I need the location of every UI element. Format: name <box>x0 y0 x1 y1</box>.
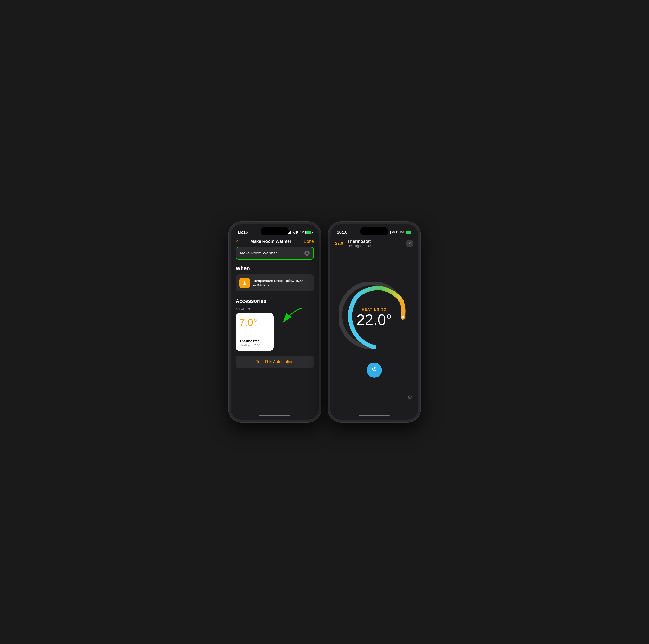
clear-button[interactable]: ✕ <box>304 251 310 256</box>
condition-row[interactable]: Temperature Drops Below 19.0°in Kitchen <box>235 274 314 291</box>
accessories-label: Accessories <box>235 298 314 304</box>
signal-bar <box>290 231 291 234</box>
home-bar-1 <box>231 412 318 420</box>
signal-bar <box>390 231 391 234</box>
thermostat-temp: 7.0° <box>240 317 270 328</box>
home-bar-2 <box>331 412 418 420</box>
svg-rect-2 <box>245 281 246 282</box>
status-time-1: 16:16 <box>237 230 248 235</box>
thermostat-subtitle: Heating to 7.0° <box>240 344 270 347</box>
signal-bar <box>389 232 389 234</box>
battery-container-2: 100 <box>400 231 412 234</box>
battery-container-1: 100 <box>300 231 312 234</box>
green-arrow-annotation <box>269 306 307 332</box>
automation-name-field[interactable]: Make Room Warmer ✕ <box>235 247 314 259</box>
thermo-header: 22.0° Thermostat Heating to 22.0° ✕ <box>331 237 418 251</box>
card-with-arrow: 7.0° Thermostat Heating to 7.0° <box>235 313 314 351</box>
temperature-display: 22.0° <box>356 312 392 327</box>
condition-icon <box>240 278 250 288</box>
dynamic-island-2 <box>360 227 389 235</box>
condition-text: Temperature Drops Below 19.0°in Kitchen <box>253 278 304 288</box>
thermo-subtitle: Heating to 22.0° <box>347 244 372 248</box>
status-icons-2: WiFi 100 <box>386 231 412 234</box>
test-button-label: Test This Automation <box>256 359 294 364</box>
battery-text-1: 100 <box>300 231 304 234</box>
phone-1-content: < Make Room Warmer Done Make Room Warmer… <box>231 237 318 412</box>
scroll-content-1[interactable]: Make Room Warmer ✕ When <box>231 247 318 412</box>
phone-1: 16:16 WiFi 100 < Ma <box>228 222 321 422</box>
dynamic-island-1 <box>260 227 289 235</box>
battery-2 <box>405 231 412 234</box>
dial-container: HEATING TO 22.0° ⚙ <box>331 251 418 412</box>
svg-point-1 <box>244 283 246 285</box>
signal-bar <box>289 232 290 234</box>
power-button[interactable] <box>367 363 382 378</box>
thermostat-icon <box>241 280 248 286</box>
thermostat-name: Thermostat <box>240 339 270 343</box>
heating-label: HEATING TO <box>356 308 392 311</box>
thermostat-card[interactable]: 7.0° Thermostat Heating to 7.0° <box>235 313 273 351</box>
back-button[interactable]: < <box>235 239 238 244</box>
thermo-temp-badge: 22.0° <box>335 241 345 246</box>
done-button[interactable]: Done <box>304 239 314 244</box>
phones-container: 16:16 WiFi 100 < Ma <box>228 222 421 422</box>
thermo-title-section: 22.0° Thermostat Heating to 22.0° <box>335 239 371 248</box>
thermostat-info: Thermostat Heating to 7.0° <box>240 339 270 347</box>
battery-fill-2 <box>405 232 411 234</box>
test-automation-button[interactable]: Test This Automation <box>235 356 314 368</box>
page-title-1: Make Room Warmer <box>251 239 291 244</box>
close-button[interactable]: ✕ <box>406 240 414 247</box>
home-bar-line-2 <box>359 415 390 416</box>
power-icon <box>371 366 378 374</box>
nav-header-1: < Make Room Warmer Done <box>231 237 318 247</box>
status-icons-1: WiFi 100 <box>287 231 312 234</box>
wifi-icon-2: WiFi <box>392 231 398 234</box>
battery-fill-1 <box>306 232 311 234</box>
thermo-title-text: Thermostat Heating to 22.0° <box>347 239 372 248</box>
power-svg <box>371 366 378 372</box>
phone-2: 16:16 WiFi 100 2 <box>328 222 421 422</box>
when-section: When Temperature Drops <box>235 265 314 291</box>
svg-point-5 <box>401 316 404 318</box>
battery-text-2: 100 <box>400 231 404 234</box>
svg-rect-3 <box>245 282 246 283</box>
accessories-section: Accessories KITCHEN 7.0° Thermostat Heat… <box>235 298 314 351</box>
home-bar-line-1 <box>259 415 290 416</box>
gear-icon[interactable]: ⚙ <box>407 394 413 401</box>
battery-1 <box>305 231 312 234</box>
thermo-title: Thermostat <box>347 239 372 244</box>
status-time-2: 16:16 <box>337 230 347 235</box>
when-label: When <box>235 265 314 272</box>
thermostat-screen: 22.0° Thermostat Heating to 22.0° ✕ <box>331 237 418 412</box>
automation-name-text: Make Room Warmer <box>240 251 277 255</box>
wifi-icon-1: WiFi <box>293 231 299 234</box>
gear-container[interactable]: ⚙ <box>407 394 413 401</box>
dial-wrapper[interactable]: HEATING TO 22.0° <box>339 282 410 353</box>
dial-center-text: HEATING TO 22.0° <box>356 308 392 327</box>
